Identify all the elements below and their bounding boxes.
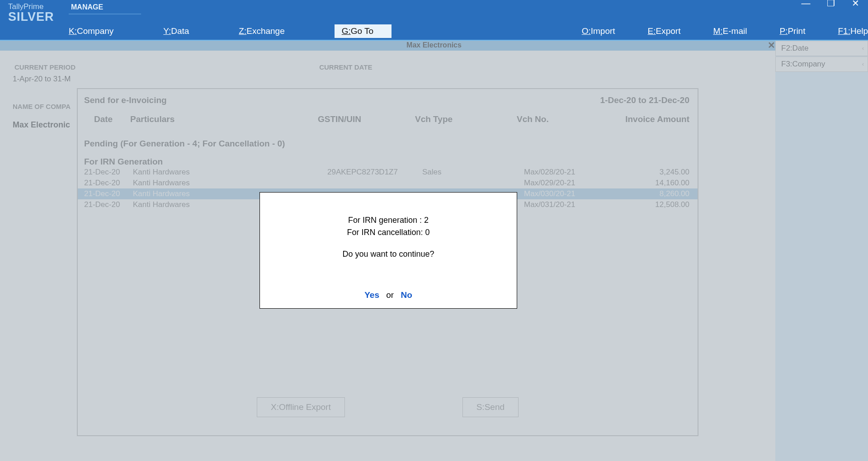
chevron-left-icon: ‹ — [862, 41, 864, 56]
menu-data[interactable]: Y:Data — [163, 26, 189, 36]
menu-import[interactable]: O:Import — [582, 26, 615, 36]
current-period-value: 1-Apr-20 to 31-M — [13, 75, 291, 84]
maximize-icon[interactable]: ❐ — [818, 0, 843, 9]
send-button[interactable]: S:Send — [462, 397, 519, 417]
menu-email[interactable]: M:E-mail — [713, 26, 747, 36]
menu-print[interactable]: P:Print — [779, 26, 805, 36]
manage-underline — [69, 14, 141, 14]
offline-export-button[interactable]: X:Offline Export — [257, 397, 345, 417]
chevron-left-icon: ‹ — [862, 57, 864, 71]
manage-label: MANAGE — [66, 0, 103, 23]
sidebar-date[interactable]: F2:Date ‹ — [775, 41, 868, 56]
dialog-line-generation: For IRN generation : 2 — [260, 214, 517, 226]
panel-date-range: 1-Dec-20 to 21-Dec-20 — [600, 95, 689, 105]
menubar: K:Company Y:Data Z:Exchange G:Go To O:Im… — [0, 23, 868, 40]
menu-goto[interactable]: G:Go To — [335, 24, 392, 38]
menu-export[interactable]: E:Export — [648, 26, 681, 36]
current-period-label: CURRENT PERIOD — [14, 63, 317, 71]
menu-company[interactable]: K:Company — [69, 26, 113, 36]
right-sidebar: F2:Date ‹ F3:Company ‹ — [775, 41, 868, 461]
minimize-icon[interactable]: — — [793, 0, 818, 9]
column-headers: DateParticulars GSTIN/UINVch Type Vch No… — [78, 105, 698, 124]
table-row[interactable]: 21-Dec-20Kanti HardwaresMax/029/20-2114,… — [78, 178, 698, 188]
dialog-no-button[interactable]: No — [401, 290, 412, 300]
close-icon[interactable]: ✕ — [843, 0, 868, 9]
for-irn-heading: For IRN Generation — [78, 149, 698, 167]
sidebar-company[interactable]: F3:Company ‹ — [775, 56, 868, 72]
menu-exchange[interactable]: Z:Exchange — [239, 26, 284, 36]
pending-summary: Pending (For Generation - 4; For Cancell… — [78, 124, 698, 149]
titlebar: TallyPrime SILVER MANAGE — ❐ ✕ — [0, 0, 868, 23]
dialog-question: Do you want to continue? — [260, 239, 517, 259]
dialog-yes-button[interactable]: Yes — [364, 290, 379, 300]
dialog-line-cancellation: For IRN cancellation: 0 — [260, 226, 517, 239]
table-row[interactable]: 21-Dec-20Kanti Hardwares29AKEPC8273D1Z7S… — [78, 167, 698, 178]
current-date-label: CURRENT DATE — [319, 63, 372, 71]
confirm-dialog: For IRN generation : 2 For IRN cancellat… — [259, 192, 517, 309]
panel-title: Send for e-Invoicing — [84, 95, 167, 105]
menu-help[interactable]: F1:Help — [838, 26, 868, 36]
app-edition: SILVER — [8, 11, 66, 22]
app-logo: TallyPrime SILVER — [0, 0, 66, 23]
dialog-or-label: or — [386, 290, 394, 300]
window-controls: — ❐ ✕ — [793, 0, 868, 9]
